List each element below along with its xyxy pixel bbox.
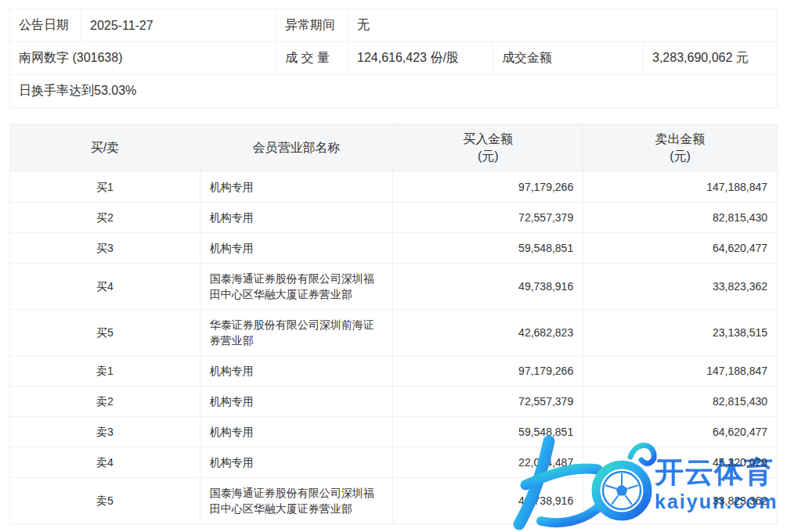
info-row-note: 日换手率达到53.03% — [10, 74, 777, 107]
row-branch: 机构专用 — [200, 386, 393, 417]
row-branch: 华泰证券股份有限公司深圳前海证券营业部 — [200, 310, 393, 356]
header-buy-amount: 买入金额 (元) — [393, 124, 583, 172]
row-sell-amount: 33,823,362 — [583, 478, 778, 524]
row-side: 卖4 — [10, 448, 200, 478]
row-branch: 国泰海通证券股份有限公司深圳福田中心区华融大厦证券营业部 — [200, 478, 393, 524]
row-side: 卖1 — [10, 356, 200, 386]
table-body: 买1 机构专用 97,179,266 147,188,847 买2 机构专用 7… — [10, 172, 778, 524]
row-side: 卖2 — [10, 386, 200, 417]
abnormal-period-value: 无 — [348, 9, 777, 41]
row-buy-amount: 59,548,851 — [393, 417, 583, 448]
table-row: 买3 机构专用 59,548,851 64,620,477 — [10, 233, 778, 264]
header-sell-amount-line2: (元) — [670, 149, 691, 163]
info-row-volume: 南网数字 (301638) 成 交 量 124,616,423 份/股 成交金额… — [10, 41, 777, 74]
table-row: 卖5 国泰海通证券股份有限公司深圳福田中心区华融大厦证券营业部 49,738,9… — [10, 478, 778, 524]
row-branch: 国泰海通证券股份有限公司深圳福田中心区华融大厦证券营业部 — [200, 264, 393, 310]
row-sell-amount: 64,620,477 — [583, 417, 778, 448]
header-buy-amount-line2: (元) — [478, 149, 499, 163]
row-sell-amount: 45,320,029 — [583, 448, 778, 478]
row-branch: 机构专用 — [200, 417, 393, 448]
row-buy-amount: 72,557,379 — [393, 386, 583, 417]
row-sell-amount: 147,188,847 — [583, 172, 778, 203]
table-row: 卖2 机构专用 72,557,379 82,815,430 — [10, 386, 778, 417]
header-buy-amount-line1: 买入金额 — [463, 132, 513, 146]
row-buy-amount: 49,738,916 — [393, 264, 583, 310]
table-header-row: 买/卖 会员营业部名称 买入金额 (元) 卖出金额 (元) — [10, 124, 778, 172]
row-sell-amount: 64,620,477 — [583, 233, 778, 264]
row-side: 买5 — [10, 310, 200, 356]
row-buy-amount: 97,179,266 — [393, 356, 583, 386]
row-branch: 机构专用 — [200, 233, 393, 264]
row-side: 买2 — [10, 203, 200, 233]
row-sell-amount: 33,823,362 — [583, 264, 778, 310]
abnormal-period-label: 异常期间 — [276, 9, 348, 41]
row-branch: 机构专用 — [200, 203, 393, 233]
header-sell-amount-line1: 卖出金额 — [655, 132, 706, 146]
row-sell-amount: 82,815,430 — [583, 386, 778, 417]
table-row: 买5 华泰证券股份有限公司深圳前海证券营业部 42,682,823 23,138… — [10, 310, 778, 356]
row-branch: 机构专用 — [200, 356, 393, 386]
broker-table: 买/卖 会员营业部名称 买入金额 (元) 卖出金额 (元) 买1 机构专用 97… — [9, 124, 778, 524]
row-side: 买3 — [10, 233, 200, 264]
row-buy-amount: 59,548,851 — [393, 233, 583, 264]
row-buy-amount: 72,557,379 — [393, 203, 583, 233]
table-row: 买2 机构专用 72,557,379 82,815,430 — [10, 203, 778, 233]
row-side: 买4 — [10, 264, 200, 310]
row-sell-amount: 82,815,430 — [583, 203, 778, 233]
row-branch: 机构专用 — [200, 448, 393, 478]
header-branch-name: 会员营业部名称 — [200, 124, 393, 172]
row-side: 卖3 — [10, 417, 200, 448]
turnover-label: 成交金额 — [493, 42, 644, 74]
row-sell-amount: 147,188,847 — [583, 356, 778, 386]
turnover-rate-note: 日换手率达到53.03% — [10, 75, 777, 107]
table-row: 卖1 机构专用 97,179,266 147,188,847 — [10, 356, 778, 386]
stock-info-panel: 公告日期 2025-11-27 异常期间 无 南网数字 (301638) 成 交… — [9, 9, 778, 108]
announce-date-value: 2025-11-27 — [81, 9, 276, 41]
table-row: 卖4 机构专用 22,024,487 45,320,029 — [10, 448, 778, 478]
row-buy-amount: 42,682,823 — [393, 310, 583, 356]
row-buy-amount: 22,024,487 — [393, 448, 583, 478]
table-row: 买1 机构专用 97,179,266 147,188,847 — [10, 172, 778, 203]
row-sell-amount: 23,138,515 — [583, 310, 778, 356]
table-row: 买4 国泰海通证券股份有限公司深圳福田中心区华融大厦证券营业部 49,738,9… — [10, 264, 778, 310]
header-buy-sell: 买/卖 — [10, 124, 200, 172]
volume-value: 124,616,423 份/股 — [348, 42, 493, 74]
stock-name: 南网数字 (301638) — [10, 42, 276, 74]
announce-date-label: 公告日期 — [10, 9, 81, 41]
row-side: 买1 — [10, 172, 200, 203]
header-sell-amount: 卖出金额 (元) — [583, 124, 778, 172]
table-row: 卖3 机构专用 59,548,851 64,620,477 — [10, 417, 778, 448]
row-buy-amount: 97,179,266 — [393, 172, 583, 203]
row-buy-amount: 49,738,916 — [393, 478, 583, 524]
row-branch: 机构专用 — [200, 172, 393, 203]
row-side: 卖5 — [10, 478, 200, 524]
volume-label: 成 交 量 — [276, 42, 348, 74]
turnover-value: 3,283,690,062 元 — [644, 42, 777, 74]
info-row-announce: 公告日期 2025-11-27 异常期间 无 — [10, 9, 777, 41]
